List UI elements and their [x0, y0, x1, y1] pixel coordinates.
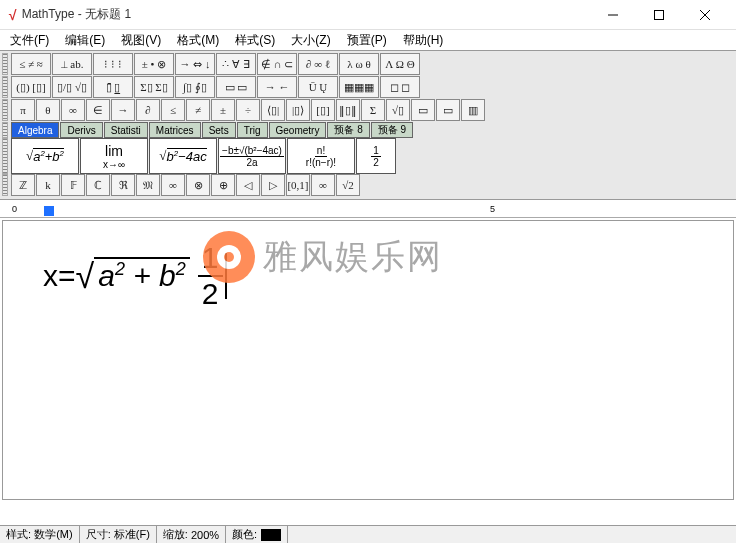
- menu-help[interactable]: 帮助(H): [397, 32, 450, 49]
- palette-greek-lower[interactable]: λ ω θ: [339, 53, 379, 75]
- menu-file[interactable]: 文件(F): [4, 32, 55, 49]
- sym-z[interactable]: ℤ: [11, 174, 35, 196]
- menu-format[interactable]: 格式(M): [171, 32, 225, 49]
- sym-m[interactable]: 𝔐: [136, 174, 160, 196]
- template-binomial[interactable]: n!r!(n−r)!: [287, 138, 355, 174]
- sym-k[interactable]: k: [36, 174, 60, 196]
- sym-triangleleft[interactable]: ◁: [236, 174, 260, 196]
- status-size[interactable]: 尺寸: 标准(F): [80, 526, 157, 543]
- sym-infty3[interactable]: ∞: [311, 174, 335, 196]
- sym-infty2[interactable]: ∞: [161, 174, 185, 196]
- palette-operators[interactable]: ± • ⊗: [134, 53, 174, 75]
- tab-preset8[interactable]: 预备 8: [327, 122, 369, 138]
- tab-algebra[interactable]: Algebra: [11, 122, 59, 138]
- tab-statistics[interactable]: Statisti: [104, 122, 148, 138]
- template-half[interactable]: 12: [356, 138, 396, 174]
- palette-spaces[interactable]: ⟂ ab.: [52, 53, 92, 75]
- status-zoom[interactable]: 缩放: 200%: [157, 526, 226, 543]
- sym-c[interactable]: ℂ: [86, 174, 110, 196]
- palette-set[interactable]: ∉ ∩ ⊂: [257, 53, 297, 75]
- palette-accents[interactable]: Ū Ų: [298, 76, 338, 98]
- menu-edit[interactable]: 编辑(E): [59, 32, 111, 49]
- equation-canvas[interactable]: x= √ a2 + b2 1 2 雅风娱乐网: [2, 220, 734, 500]
- color-swatch: [261, 529, 281, 541]
- sym-in[interactable]: ∈: [86, 99, 110, 121]
- ruler[interactable]: 0 5: [0, 200, 736, 218]
- sym-pm[interactable]: ±: [211, 99, 235, 121]
- tab-geometry[interactable]: Geometry: [269, 122, 327, 138]
- radical-icon: √: [76, 257, 95, 296]
- tab-sets[interactable]: Sets: [202, 122, 236, 138]
- sym-sqrt2[interactable]: √2: [336, 174, 360, 196]
- sym-triangleright[interactable]: ▷: [261, 174, 285, 196]
- app-icon: √: [8, 7, 16, 23]
- menu-preset[interactable]: 预置(P): [341, 32, 393, 49]
- template-row: √a2+b2 limx→∞ √b2−4ac −b±√(b²−4ac)2a n!r…: [2, 138, 734, 174]
- palette-row-2: (▯) [▯] ▯/▯ √▯ ▯̄ ▯̲ Σ▯ Σ▯ ∫▯ ∮▯ ▭ ▭ → ←…: [2, 76, 734, 98]
- tpl-matrix[interactable]: ▥: [461, 99, 485, 121]
- sym-pi[interactable]: π: [11, 99, 35, 121]
- template-pythag[interactable]: √a2+b2: [11, 138, 79, 174]
- palette-dots[interactable]: ⁝ ⁝ ⁝: [93, 53, 133, 75]
- template-quadratic[interactable]: −b±√(b²−4ac)2a: [218, 138, 286, 174]
- sym-infty[interactable]: ∞: [61, 99, 85, 121]
- ruler-marker[interactable]: [44, 206, 54, 216]
- sym-ne[interactable]: ≠: [186, 99, 210, 121]
- status-style[interactable]: 样式: 数学(M): [0, 526, 80, 543]
- palette-boxes[interactable]: ▭ ▭: [216, 76, 256, 98]
- sym-div[interactable]: ÷: [236, 99, 260, 121]
- palette-logic[interactable]: ∴ ∀ ∃: [216, 53, 256, 75]
- palette-arrows[interactable]: → ⇔ ↓: [175, 53, 215, 75]
- tpl-box1[interactable]: ▭: [411, 99, 435, 121]
- palette-matrix[interactable]: ▦▦▦: [339, 76, 379, 98]
- sym-theta[interactable]: θ: [36, 99, 60, 121]
- tab-preset9[interactable]: 预备 9: [371, 122, 413, 138]
- tpl-norm[interactable]: ‖▯‖: [336, 99, 360, 121]
- sym-r[interactable]: ℜ: [111, 174, 135, 196]
- tpl-ket[interactable]: |▯⟩: [286, 99, 310, 121]
- palette-fences[interactable]: (▯) [▯]: [11, 76, 51, 98]
- menu-bar: 文件(F) 编辑(E) 视图(V) 格式(M) 样式(S) 大小(Z) 预置(P…: [0, 30, 736, 50]
- grip[interactable]: [2, 99, 8, 121]
- palette-boxes2[interactable]: ◻ ◻: [380, 76, 420, 98]
- palette-fractions[interactable]: ▯/▯ √▯: [52, 76, 92, 98]
- minimize-button[interactable]: [590, 0, 636, 30]
- grip[interactable]: [2, 76, 8, 98]
- close-button[interactable]: [682, 0, 728, 30]
- sym-arrow[interactable]: →: [111, 99, 135, 121]
- tab-derivs[interactable]: Derivs: [60, 122, 102, 138]
- palette-bars[interactable]: ▯̄ ▯̲: [93, 76, 133, 98]
- palette-labeled-arrows[interactable]: → ←: [257, 76, 297, 98]
- sym-otimes[interactable]: ⊗: [186, 174, 210, 196]
- menu-view[interactable]: 视图(V): [115, 32, 167, 49]
- palette-misc[interactable]: ∂ ∞ ℓ: [298, 53, 338, 75]
- watermark: 雅风娱乐网: [203, 231, 443, 283]
- tpl-box2[interactable]: ▭: [436, 99, 460, 121]
- sym-oplus[interactable]: ⊕: [211, 174, 235, 196]
- palette-relations[interactable]: ≤ ≠ ≈: [11, 53, 51, 75]
- maximize-button[interactable]: [636, 0, 682, 30]
- grip[interactable]: [2, 122, 8, 138]
- palette-integrals[interactable]: ∫▯ ∮▯: [175, 76, 215, 98]
- sym-le[interactable]: ≤: [161, 99, 185, 121]
- grip[interactable]: [2, 53, 8, 75]
- tpl-bra[interactable]: ⟨▯|: [261, 99, 285, 121]
- tab-matrices[interactable]: Matrices: [149, 122, 201, 138]
- tpl-sqrt[interactable]: √▯: [386, 99, 410, 121]
- menu-size[interactable]: 大小(Z): [285, 32, 336, 49]
- menu-style[interactable]: 样式(S): [229, 32, 281, 49]
- palette-sums[interactable]: Σ▯ Σ▯: [134, 76, 174, 98]
- grip[interactable]: [2, 138, 8, 174]
- template-discriminant[interactable]: √b2−4ac: [149, 138, 217, 174]
- eq-sqrt: √ a2 + b2: [76, 257, 190, 296]
- sym-interval[interactable]: [0,1]: [286, 174, 310, 196]
- tab-trig[interactable]: Trig: [237, 122, 268, 138]
- status-color[interactable]: 颜色:: [226, 526, 288, 543]
- sym-partial[interactable]: ∂: [136, 99, 160, 121]
- tpl-bracket[interactable]: [▯]: [311, 99, 335, 121]
- palette-greek-upper[interactable]: Λ Ω Θ: [380, 53, 420, 75]
- template-limit[interactable]: limx→∞: [80, 138, 148, 174]
- grip[interactable]: [2, 174, 8, 196]
- tpl-sum[interactable]: Σ: [361, 99, 385, 121]
- sym-f[interactable]: 𝔽: [61, 174, 85, 196]
